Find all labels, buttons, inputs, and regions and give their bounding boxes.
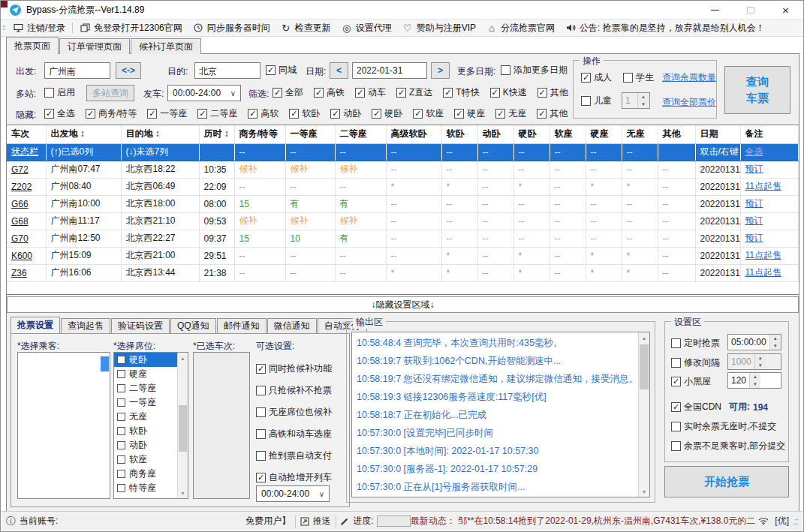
- column-header[interactable]: 无座: [622, 125, 658, 143]
- spinner-up-icon[interactable]: ▲: [638, 93, 649, 101]
- checkbox-box[interactable]: [117, 398, 125, 407]
- cdn-checkbox[interactable]: 全国CDN: [671, 401, 721, 413]
- spinner-down-icon[interactable]: ▼: [638, 101, 649, 108]
- train-type-checkbox[interactable]: K快速: [490, 86, 527, 99]
- column-header[interactable]: 一等座: [285, 125, 335, 143]
- multi-query-button[interactable]: 多站查询: [86, 85, 134, 101]
- depart-input[interactable]: 广州南: [44, 62, 110, 79]
- train-row[interactable]: G66 广州南10:00 北京西18:00 08:00 15有有--------…: [7, 195, 799, 212]
- checkbox-box[interactable]: [117, 370, 125, 378]
- hide-column-checkbox[interactable]: 商务/特等: [86, 107, 137, 120]
- checkbox-box[interactable]: [117, 484, 125, 492]
- query-remaining-link[interactable]: 查询余票数量: [662, 71, 716, 84]
- spinner-up-icon[interactable]: ▲: [755, 354, 766, 362]
- seat-option[interactable]: 无座: [114, 410, 177, 424]
- book-link[interactable]: 预订: [745, 233, 763, 243]
- train-number-link[interactable]: Z36: [11, 268, 27, 278]
- train-number-link[interactable]: G66: [11, 199, 29, 209]
- hide-column-checkbox[interactable]: 一等座: [147, 107, 187, 120]
- check-update-button[interactable]: ↻ 检查更新: [281, 22, 331, 35]
- dest-input[interactable]: 北京: [194, 62, 260, 79]
- train-row[interactable]: G68 广州南11:17 北京西21:10 09:53 候补候补候补------…: [7, 212, 799, 230]
- status-row[interactable]: 状态栏 (↑)已选0列 (↓)未选7列 --------------------…: [7, 143, 799, 161]
- seat-option[interactable]: 软卧: [114, 424, 177, 438]
- select-all-link[interactable]: 全选: [745, 146, 763, 157]
- vip-button[interactable]: ♡ 赞助与注册VIP: [402, 22, 476, 35]
- hide-column-checkbox[interactable]: 无座: [495, 107, 526, 120]
- seat-option[interactable]: 硬座: [114, 367, 177, 381]
- settings-tab[interactable]: 抢票设置: [11, 317, 60, 333]
- train-type-checkbox[interactable]: 全部: [273, 86, 303, 99]
- seats-listbox[interactable]: 硬卧 硬座 二等座 一等座 无座 软卧 动卧 软座: [113, 352, 188, 499]
- interval-spinner[interactable]: 1000▲▼: [727, 353, 781, 370]
- sync-server-time-button[interactable]: 同步服务器时间: [193, 22, 270, 35]
- train-row[interactable]: G70 广州南12:50 北京西22:27 09:37 1510有-------…: [7, 230, 799, 247]
- set-proxy-button[interactable]: ◎ 设置代理: [342, 22, 392, 35]
- same-city-checkbox[interactable]: 同城: [266, 64, 297, 77]
- train-number-link[interactable]: K600: [11, 251, 32, 261]
- checkbox-box[interactable]: [117, 413, 125, 421]
- seat-option[interactable]: 特等座: [114, 481, 177, 495]
- grab-option-checkbox[interactable]: 只抢候补不抢票: [256, 384, 332, 397]
- book-link[interactable]: 预订: [745, 164, 763, 174]
- column-header[interactable]: 软座: [550, 125, 586, 143]
- child-checkbox[interactable]: 儿童: [581, 95, 612, 107]
- seat-option[interactable]: 商务座: [114, 467, 177, 481]
- timed-grab-checkbox[interactable]: 定时抢票: [671, 337, 720, 350]
- minimize-button[interactable]: [697, 1, 733, 19]
- seat-option[interactable]: 软座: [114, 452, 177, 467]
- seat-option[interactable]: 一等座: [114, 395, 177, 410]
- push-button[interactable]: 推送: [313, 515, 331, 527]
- column-header[interactable]: 硬座: [586, 125, 622, 143]
- column-header[interactable]: 二等座: [335, 125, 386, 143]
- scroll-up-icon[interactable]: ▲: [178, 353, 188, 363]
- column-header[interactable]: 出发地 ↕: [46, 125, 121, 143]
- resize-grip[interactable]: .::: [793, 516, 798, 527]
- hide-column-checkbox[interactable]: 硬卧: [372, 107, 402, 120]
- hide-column-checkbox[interactable]: 动卧: [330, 107, 361, 120]
- checkbox-box[interactable]: [117, 441, 125, 449]
- adult-checkbox[interactable]: 成人: [581, 71, 612, 84]
- column-header[interactable]: 商务/特等: [234, 125, 285, 143]
- scroll-down-icon[interactable]: ▼: [178, 488, 188, 498]
- train-row[interactable]: Z202 广州08:40 北京西06:49 22:09 ------**--*-…: [7, 178, 799, 195]
- column-header[interactable]: 目的地 ↕: [121, 125, 199, 143]
- spinner-up-icon[interactable]: ▲: [770, 335, 781, 342]
- column-header[interactable]: 高级软卧: [386, 125, 441, 143]
- checkbox-box[interactable]: [117, 427, 125, 435]
- output-log[interactable]: 10:58:48:4 查询完毕，本次查询共用时:435毫秒。10:58:19:7…: [351, 332, 650, 497]
- seat-option[interactable]: 动卧: [114, 438, 177, 452]
- book-link[interactable]: 11点起售: [745, 250, 781, 260]
- hide-column-checkbox[interactable]: 二等座: [197, 107, 237, 120]
- spinner-up-icon[interactable]: ▲: [750, 373, 760, 380]
- passengers-listbox[interactable]: [17, 352, 110, 499]
- hide-column-checkbox[interactable]: 其他: [537, 107, 568, 120]
- column-header[interactable]: 软卧: [441, 125, 477, 143]
- blackroom-spinner[interactable]: 120▲▼: [727, 372, 781, 389]
- book-link[interactable]: 预订: [745, 215, 763, 226]
- scrollbar-thumb[interactable]: [640, 344, 649, 389]
- grab-option-checkbox[interactable]: 高铁和动车选座: [256, 428, 332, 440]
- checkbox-box[interactable]: [117, 384, 125, 392]
- hide-column-checkbox[interactable]: 软座: [413, 107, 444, 120]
- settings-tab[interactable]: 邮件通知: [217, 318, 266, 333]
- date-prev-button[interactable]: <: [330, 62, 348, 79]
- official-site-button[interactable]: ⌂ 分流抢票官网: [486, 22, 555, 35]
- train-type-checkbox[interactable]: 其他: [538, 86, 568, 99]
- no-seat-checkbox[interactable]: 实时余票无座时,不提交: [671, 420, 776, 433]
- hidden-settings-bar[interactable]: ↓隐藏设置区域↓: [7, 296, 799, 313]
- settings-tab[interactable]: 微信通知: [267, 318, 317, 333]
- query-price-link[interactable]: 查询全部票价: [662, 96, 716, 109]
- seat-option[interactable]: 二等座: [114, 381, 177, 395]
- add-more-dates-checkbox[interactable]: 添加更多日期: [501, 64, 568, 77]
- query-tickets-button[interactable]: 查询 车票: [724, 66, 790, 114]
- scrollbar-thumb[interactable]: [101, 356, 109, 371]
- train-number-link[interactable]: Z202: [11, 182, 32, 192]
- hide-column-checkbox[interactable]: 硬座: [454, 107, 485, 120]
- child-count-spinner[interactable]: 1 ▲▼: [622, 92, 650, 109]
- start-grab-button[interactable]: 开始抢票: [664, 466, 789, 497]
- book-link[interactable]: 预订: [745, 198, 763, 209]
- train-row[interactable]: Z36 广州16:06 北京西13:44 21:38 ------**--*--…: [7, 264, 799, 281]
- timed-grab-time-spinner[interactable]: 05:00:00▲▼: [727, 334, 781, 350]
- spinner-down-icon[interactable]: ▼: [770, 342, 781, 350]
